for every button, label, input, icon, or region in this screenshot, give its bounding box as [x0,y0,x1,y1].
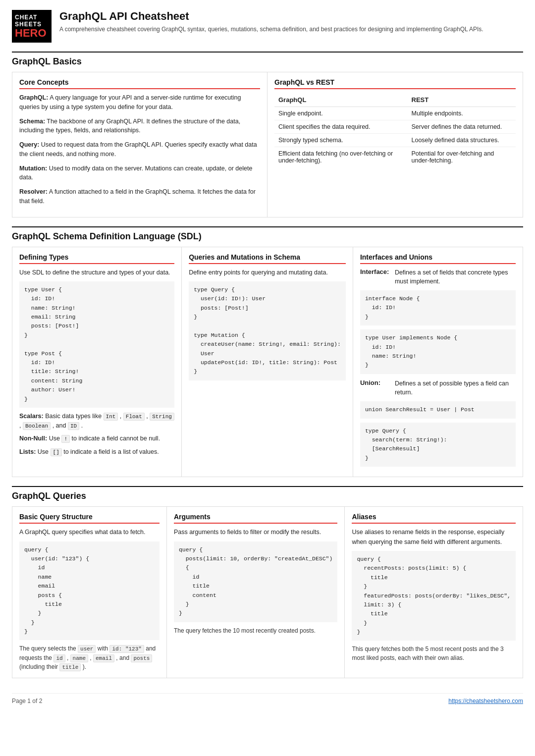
union-desc: Defines a set of possible types a field … [395,379,516,398]
desc-schema: The backbone of any GraphQL API. It defi… [19,118,240,134]
term-resolver: Resolver: [19,188,48,195]
cell-rest-4: Potential for over-fetching and under-fe… [408,147,516,167]
core-concepts-title: Core Concepts [19,78,260,89]
col-graphql: GraphQL [274,93,408,107]
basic-query-panel: Basic Query Structure A GraphQL query sp… [12,507,167,678]
union-label: Union: [360,379,390,398]
scalar-period: . [81,422,83,429]
nonnull-rest: to indicate a field cannot be null. [72,435,160,442]
arguments-note: The query fetches the 10 most recently c… [174,626,338,635]
basic-query-desc: A GraphQL query specifies what data to f… [19,528,160,537]
table-row: Strongly typed schema. Loosely defined d… [274,134,516,147]
defining-types-desc: Use SDL to define the structure and type… [19,268,174,277]
defining-types-panel: Defining Types Use SDL to define the str… [12,247,182,477]
vs-rest-title: GraphQL vs REST [274,78,516,89]
scalar-float: Float [123,413,145,421]
page-description: A comprehensive cheatsheet covering Grap… [59,25,523,34]
arguments-title: Arguments [174,513,338,524]
lists-symbol: [] [51,448,62,456]
union-code2: type Query { search(term: String!): [Sea… [360,423,516,467]
table-row: Single endpoint. Multiple endpoints. [274,107,516,120]
header-text: GraphQL API Cheatsheet A comprehensive c… [59,10,523,34]
concept-query: Query: Used to request data from the Gra… [19,140,260,159]
aliases-panel: Aliases Use aliases to rename fields in … [345,507,523,678]
concept-mutation: Mutation: Used to modify data on the ser… [19,164,260,183]
logo: CHEAT SHEETS HERO [12,10,52,43]
page-title: GraphQL API Cheatsheet [59,10,523,23]
queries-section-title: GraphQL Queries [12,486,523,501]
note-email: email [93,654,114,662]
scalar-and: , and [53,422,68,429]
note-id: id: "123" [109,645,144,653]
nonnull-note: Non-Null: Use ! to indicate a field cann… [19,434,174,443]
scalar-sep1: , [120,413,123,420]
interface-row: Interface: Defines a set of fields that … [360,268,516,287]
term-query: Query: [19,141,39,148]
lists-note: Lists: Use [] to indicate a field is a l… [19,447,174,457]
cell-gql-2: Client specifies the data required. [274,120,408,134]
lists-rest: to indicate a field is a list of values. [63,448,159,455]
concept-resolver: Resolver: A function attached to a field… [19,187,260,206]
desc-mutation: Used to modify data on the server. Mutat… [19,165,252,181]
page-footer: Page 1 of 2 https://cheatsheetshero.com [12,693,523,704]
arguments-panel: Arguments Pass arguments to fields to fi… [167,507,345,678]
page-number: Page 1 of 2 [12,698,42,704]
note-title: title [59,663,81,671]
aliases-title: Aliases [352,513,516,524]
note-name: name [70,654,88,662]
desc-query: Used to request data from the GraphQL AP… [19,141,257,158]
logo-hero: HERO [15,28,47,39]
nonnull-text: Use [49,435,62,442]
queries-mutations-schema-panel: Queries and Mutations in Schema Define e… [182,247,353,477]
term-schema: Schema: [19,118,45,125]
note-user: user [78,645,96,653]
queries-mutations-desc: Define entry points for querying and mut… [189,268,346,277]
scalars-note: Scalars: Basic data types like Int , Flo… [19,412,174,431]
cell-rest-3: Loosely defined data structures. [408,134,516,147]
lists-text: Use [38,448,51,455]
aliases-code: query { recentPosts: posts(limit: 5) { t… [352,551,516,641]
union-code1: union SearchResult = User | Post [360,401,516,418]
nonnull-symbol: ! [61,435,70,443]
interface-label: Interface: [360,268,390,287]
cell-rest-1: Multiple endpoints. [408,107,516,120]
queries-mutations-schema-title: Queries and Mutations in Schema [189,253,346,264]
table-row: Efficient data fetching (no over-fetchin… [274,147,516,167]
defining-types-title: Defining Types [19,253,174,264]
queries-grid: Basic Query Structure A GraphQL query sp… [12,506,523,678]
basics-section-title: GraphQL Basics [12,52,523,67]
term-graphql: GraphQL: [19,94,48,101]
term-mutation: Mutation: [19,165,47,172]
interface-desc: Defines a set of fields that concrete ty… [395,268,516,287]
sdl-section-title: GraphQL Schema Definition Language (SDL) [12,226,523,242]
union-row: Union: Defines a set of possible types a… [360,379,516,398]
vs-rest-panel: GraphQL vs REST GraphQL REST Single endp… [268,72,523,217]
desc-resolver: A function attached to a field in the Gr… [19,188,256,205]
concept-graphql: GraphQL: A query language for your API a… [19,93,260,112]
concept-schema: Schema: The backbone of any GraphQL API.… [19,117,260,136]
footer-link[interactable]: https://cheatsheetshero.com [448,698,523,704]
vs-rest-table: GraphQL REST Single endpoint. Multiple e… [274,93,516,167]
arguments-code: query { posts(limit: 10, orderBy: "creat… [174,541,338,622]
cell-rest-2: Server defines the data returned. [408,120,516,134]
scalar-string: String [150,413,174,421]
aliases-note: This query fetches both the 5 most recen… [352,645,516,662]
scalar-sep3: , [19,422,23,429]
note-id2: id [54,654,65,662]
scalars-text: Basic data types like [45,413,103,420]
note-posts: posts [131,654,152,662]
scalar-boolean: Boolean [23,422,51,430]
desc-graphql: A query language for your API and a serv… [19,94,241,110]
basic-query-title: Basic Query Structure [19,513,160,524]
queries-mutations-code: type Query { user(id: ID!): User posts: … [189,281,346,380]
table-row: Client specifies the data required. Serv… [274,120,516,134]
cell-gql-3: Strongly typed schema. [274,134,408,147]
nonnull-label: Non-Null: [19,435,47,442]
interface-code1: interface Node { id: ID! } [360,290,516,325]
cell-gql-1: Single endpoint. [274,107,408,120]
logo-cheat: CHEAT [15,14,37,21]
defining-types-code: type User { id: ID! name: String! email:… [19,281,174,408]
scalar-int: Int [104,413,118,421]
col-rest: REST [408,93,516,107]
basic-query-code: query { user(id: "123") { id name email … [19,541,160,641]
